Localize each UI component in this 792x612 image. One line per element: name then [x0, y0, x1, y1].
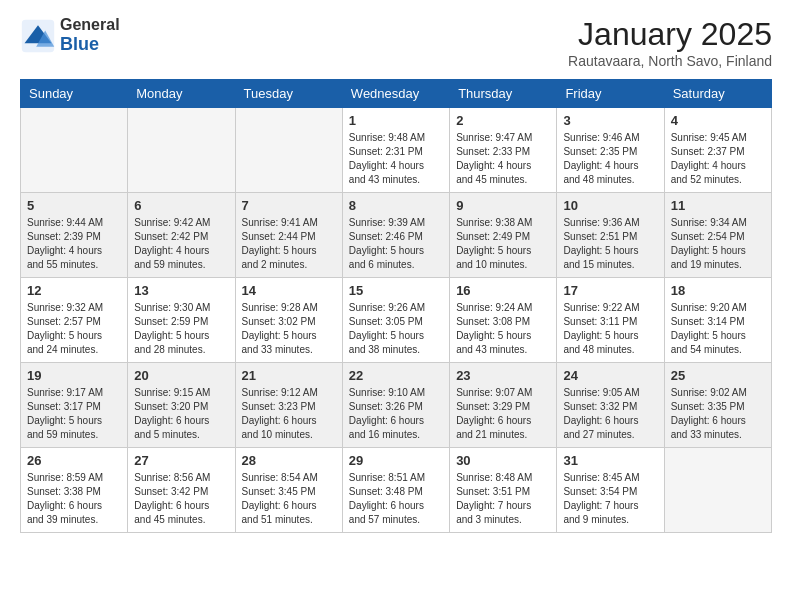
day-info: Sunrise: 9:42 AM Sunset: 2:42 PM Dayligh… [134, 216, 228, 272]
calendar-header-monday: Monday [128, 80, 235, 108]
day-number: 31 [563, 453, 657, 468]
month-title: January 2025 [568, 16, 772, 53]
calendar-header-tuesday: Tuesday [235, 80, 342, 108]
day-number: 26 [27, 453, 121, 468]
day-info: Sunrise: 9:48 AM Sunset: 2:31 PM Dayligh… [349, 131, 443, 187]
day-info: Sunrise: 8:48 AM Sunset: 3:51 PM Dayligh… [456, 471, 550, 527]
day-number: 23 [456, 368, 550, 383]
day-info: Sunrise: 8:59 AM Sunset: 3:38 PM Dayligh… [27, 471, 121, 527]
day-number: 1 [349, 113, 443, 128]
day-info: Sunrise: 8:56 AM Sunset: 3:42 PM Dayligh… [134, 471, 228, 527]
calendar-cell: 8Sunrise: 9:39 AM Sunset: 2:46 PM Daylig… [342, 193, 449, 278]
title-section: January 2025 Rautavaara, North Savo, Fin… [568, 16, 772, 69]
calendar-cell: 10Sunrise: 9:36 AM Sunset: 2:51 PM Dayli… [557, 193, 664, 278]
calendar-cell: 9Sunrise: 9:38 AM Sunset: 2:49 PM Daylig… [450, 193, 557, 278]
calendar-header-friday: Friday [557, 80, 664, 108]
calendar-cell: 17Sunrise: 9:22 AM Sunset: 3:11 PM Dayli… [557, 278, 664, 363]
calendar-week-1: 1Sunrise: 9:48 AM Sunset: 2:31 PM Daylig… [21, 108, 772, 193]
calendar-cell: 21Sunrise: 9:12 AM Sunset: 3:23 PM Dayli… [235, 363, 342, 448]
calendar-header-row: SundayMondayTuesdayWednesdayThursdayFrid… [21, 80, 772, 108]
day-number: 15 [349, 283, 443, 298]
day-info: Sunrise: 9:20 AM Sunset: 3:14 PM Dayligh… [671, 301, 765, 357]
day-number: 5 [27, 198, 121, 213]
day-number: 11 [671, 198, 765, 213]
calendar-cell [235, 108, 342, 193]
day-number: 29 [349, 453, 443, 468]
day-info: Sunrise: 9:44 AM Sunset: 2:39 PM Dayligh… [27, 216, 121, 272]
calendar-cell: 4Sunrise: 9:45 AM Sunset: 2:37 PM Daylig… [664, 108, 771, 193]
calendar-header-wednesday: Wednesday [342, 80, 449, 108]
day-info: Sunrise: 8:51 AM Sunset: 3:48 PM Dayligh… [349, 471, 443, 527]
calendar-cell: 19Sunrise: 9:17 AM Sunset: 3:17 PM Dayli… [21, 363, 128, 448]
calendar-cell: 6Sunrise: 9:42 AM Sunset: 2:42 PM Daylig… [128, 193, 235, 278]
day-number: 12 [27, 283, 121, 298]
day-number: 17 [563, 283, 657, 298]
day-info: Sunrise: 9:22 AM Sunset: 3:11 PM Dayligh… [563, 301, 657, 357]
calendar-cell: 29Sunrise: 8:51 AM Sunset: 3:48 PM Dayli… [342, 448, 449, 533]
calendar-week-3: 12Sunrise: 9:32 AM Sunset: 2:57 PM Dayli… [21, 278, 772, 363]
day-info: Sunrise: 9:39 AM Sunset: 2:46 PM Dayligh… [349, 216, 443, 272]
day-number: 10 [563, 198, 657, 213]
day-number: 4 [671, 113, 765, 128]
day-number: 20 [134, 368, 228, 383]
day-number: 9 [456, 198, 550, 213]
calendar-cell: 24Sunrise: 9:05 AM Sunset: 3:32 PM Dayli… [557, 363, 664, 448]
calendar-week-2: 5Sunrise: 9:44 AM Sunset: 2:39 PM Daylig… [21, 193, 772, 278]
day-info: Sunrise: 9:41 AM Sunset: 2:44 PM Dayligh… [242, 216, 336, 272]
day-number: 30 [456, 453, 550, 468]
day-number: 2 [456, 113, 550, 128]
calendar-cell [664, 448, 771, 533]
day-number: 18 [671, 283, 765, 298]
calendar-cell: 22Sunrise: 9:10 AM Sunset: 3:26 PM Dayli… [342, 363, 449, 448]
calendar-cell: 16Sunrise: 9:24 AM Sunset: 3:08 PM Dayli… [450, 278, 557, 363]
day-number: 3 [563, 113, 657, 128]
calendar-cell: 18Sunrise: 9:20 AM Sunset: 3:14 PM Dayli… [664, 278, 771, 363]
day-info: Sunrise: 9:07 AM Sunset: 3:29 PM Dayligh… [456, 386, 550, 442]
calendar-cell: 13Sunrise: 9:30 AM Sunset: 2:59 PM Dayli… [128, 278, 235, 363]
calendar-cell: 3Sunrise: 9:46 AM Sunset: 2:35 PM Daylig… [557, 108, 664, 193]
day-number: 22 [349, 368, 443, 383]
calendar-cell: 25Sunrise: 9:02 AM Sunset: 3:35 PM Dayli… [664, 363, 771, 448]
calendar-cell: 23Sunrise: 9:07 AM Sunset: 3:29 PM Dayli… [450, 363, 557, 448]
logo-icon [20, 18, 56, 54]
header: General Blue January 2025 Rautavaara, No… [20, 16, 772, 69]
day-info: Sunrise: 9:26 AM Sunset: 3:05 PM Dayligh… [349, 301, 443, 357]
calendar-cell: 31Sunrise: 8:45 AM Sunset: 3:54 PM Dayli… [557, 448, 664, 533]
day-number: 27 [134, 453, 228, 468]
day-number: 19 [27, 368, 121, 383]
day-info: Sunrise: 9:45 AM Sunset: 2:37 PM Dayligh… [671, 131, 765, 187]
calendar-header-sunday: Sunday [21, 80, 128, 108]
calendar-cell: 20Sunrise: 9:15 AM Sunset: 3:20 PM Dayli… [128, 363, 235, 448]
day-info: Sunrise: 8:54 AM Sunset: 3:45 PM Dayligh… [242, 471, 336, 527]
calendar: SundayMondayTuesdayWednesdayThursdayFrid… [20, 79, 772, 533]
day-info: Sunrise: 9:36 AM Sunset: 2:51 PM Dayligh… [563, 216, 657, 272]
calendar-cell: 1Sunrise: 9:48 AM Sunset: 2:31 PM Daylig… [342, 108, 449, 193]
day-info: Sunrise: 9:17 AM Sunset: 3:17 PM Dayligh… [27, 386, 121, 442]
day-info: Sunrise: 9:34 AM Sunset: 2:54 PM Dayligh… [671, 216, 765, 272]
calendar-week-4: 19Sunrise: 9:17 AM Sunset: 3:17 PM Dayli… [21, 363, 772, 448]
day-number: 13 [134, 283, 228, 298]
calendar-cell: 30Sunrise: 8:48 AM Sunset: 3:51 PM Dayli… [450, 448, 557, 533]
day-info: Sunrise: 9:05 AM Sunset: 3:32 PM Dayligh… [563, 386, 657, 442]
calendar-cell: 26Sunrise: 8:59 AM Sunset: 3:38 PM Dayli… [21, 448, 128, 533]
day-info: Sunrise: 9:15 AM Sunset: 3:20 PM Dayligh… [134, 386, 228, 442]
day-number: 25 [671, 368, 765, 383]
day-number: 8 [349, 198, 443, 213]
day-number: 14 [242, 283, 336, 298]
day-info: Sunrise: 9:02 AM Sunset: 3:35 PM Dayligh… [671, 386, 765, 442]
logo-general: General [60, 16, 120, 34]
day-info: Sunrise: 9:10 AM Sunset: 3:26 PM Dayligh… [349, 386, 443, 442]
calendar-cell: 5Sunrise: 9:44 AM Sunset: 2:39 PM Daylig… [21, 193, 128, 278]
calendar-cell: 28Sunrise: 8:54 AM Sunset: 3:45 PM Dayli… [235, 448, 342, 533]
calendar-cell: 12Sunrise: 9:32 AM Sunset: 2:57 PM Dayli… [21, 278, 128, 363]
logo: General Blue [20, 16, 120, 55]
day-info: Sunrise: 9:12 AM Sunset: 3:23 PM Dayligh… [242, 386, 336, 442]
day-info: Sunrise: 9:30 AM Sunset: 2:59 PM Dayligh… [134, 301, 228, 357]
day-info: Sunrise: 9:28 AM Sunset: 3:02 PM Dayligh… [242, 301, 336, 357]
day-info: Sunrise: 9:24 AM Sunset: 3:08 PM Dayligh… [456, 301, 550, 357]
day-info: Sunrise: 9:38 AM Sunset: 2:49 PM Dayligh… [456, 216, 550, 272]
calendar-week-5: 26Sunrise: 8:59 AM Sunset: 3:38 PM Dayli… [21, 448, 772, 533]
day-number: 16 [456, 283, 550, 298]
day-number: 24 [563, 368, 657, 383]
calendar-cell: 2Sunrise: 9:47 AM Sunset: 2:33 PM Daylig… [450, 108, 557, 193]
